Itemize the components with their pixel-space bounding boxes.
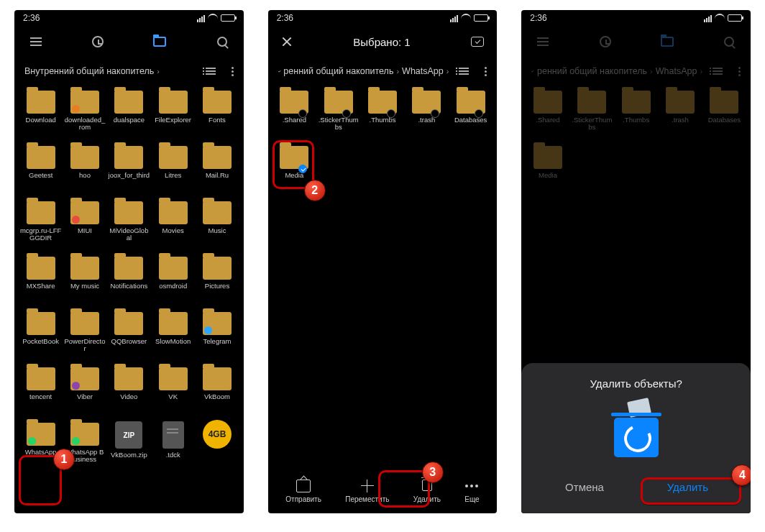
folder-item[interactable]: joox_for_third — [107, 143, 151, 197]
folder-item[interactable]: .StickerThumbs — [316, 88, 360, 142]
close-selection-button[interactable] — [281, 36, 293, 47]
menu-button[interactable] — [27, 37, 45, 46]
folder-label: dualspace — [114, 116, 145, 124]
dialog-cancel-button[interactable]: Отмена — [533, 470, 636, 503]
signal-icon — [450, 14, 458, 22]
folder-item[interactable]: .Shared — [526, 88, 569, 142]
status-bar: 2:36 — [14, 10, 244, 26]
folder-label: QQBrowser — [111, 338, 147, 345]
folder-label: Databases — [708, 116, 741, 124]
folder-label: Geetest — [29, 172, 52, 179]
search-button[interactable] — [214, 37, 231, 47]
folder-item[interactable]: Mail.Ru — [195, 143, 239, 197]
status-bar: 2:36 — [268, 10, 498, 26]
folder-item[interactable]: .Shared — [272, 88, 316, 142]
folder-item[interactable]: SlowMotion — [151, 309, 195, 363]
folder-item[interactable]: Music — [195, 198, 239, 252]
folder-label: osmdroid — [159, 283, 187, 290]
status-time: 2:36 — [277, 13, 293, 23]
folder-item[interactable]: MXShare — [19, 254, 63, 308]
folder-item[interactable]: FileExplorer — [151, 88, 195, 142]
folder-item[interactable]: .trash — [405, 88, 449, 142]
folder-item[interactable]: Download — [19, 88, 63, 142]
action-move[interactable]: Переместить — [345, 480, 389, 503]
free-space-badge[interactable]: 4GB — [195, 420, 239, 474]
folder-item[interactable]: Geetest — [19, 143, 63, 197]
more-icon[interactable] — [232, 67, 234, 76]
folder-label: Video — [120, 393, 137, 400]
folder-item[interactable]: My music — [63, 254, 106, 308]
folder-label: hoo — [79, 172, 91, 179]
folder-item[interactable]: osmdroid — [151, 254, 195, 308]
folder-item[interactable]: Telegram — [195, 309, 239, 363]
folder-item[interactable]: Video — [107, 364, 151, 418]
breadcrumb[interactable]: › ренний общий накопитель › WhatsApp › — [521, 58, 751, 85]
folder-label: Telegram — [203, 338, 231, 345]
folder-label: Databases — [454, 116, 487, 124]
breadcrumb-path: Внутренний общий накопитель — [24, 66, 154, 76]
folder-grid: .Shared.StickerThumbs.Thumbs.trashDataba… — [268, 85, 498, 469]
folder-label: Movies — [162, 227, 184, 234]
folder-item[interactable]: Pictures — [195, 254, 239, 308]
folder-label: joox_for_third — [109, 172, 150, 179]
folder-item[interactable]: dualspace — [107, 88, 151, 142]
select-all-button[interactable] — [471, 37, 484, 47]
folder-label: Mail.Ru — [206, 172, 229, 179]
file-doc[interactable]: .tdck — [151, 420, 195, 474]
folder-label: Music — [209, 227, 226, 234]
breadcrumb[interactable]: › ренний общий накопитель › WhatsApp › — [268, 58, 498, 85]
folder-item[interactable]: .Thumbs — [360, 88, 404, 142]
folder-item[interactable]: QQBrowser — [107, 309, 151, 363]
search-button[interactable] — [720, 37, 738, 47]
folder-item[interactable]: downloaded_rom — [63, 88, 106, 142]
dialog-confirm-button[interactable]: Удалить — [636, 470, 739, 503]
folder-label: PowerDirector — [64, 338, 106, 353]
folder-item[interactable]: PocketBook — [19, 309, 63, 363]
folder-item[interactable]: Media — [526, 143, 569, 197]
folder-item[interactable]: Movies — [151, 198, 195, 252]
recent-tab[interactable] — [89, 36, 106, 47]
folder-item[interactable]: tencent — [19, 364, 63, 418]
action-delete[interactable]: Удалить — [413, 480, 441, 503]
folder-item[interactable]: VK — [151, 364, 195, 418]
folder-item[interactable]: .Thumbs — [614, 88, 658, 142]
folder-item[interactable]: .trash — [658, 88, 702, 142]
view-list-icon[interactable] — [206, 68, 216, 75]
status-time: 2:36 — [530, 13, 546, 23]
folder-item[interactable]: hoo — [63, 143, 106, 197]
recent-tab[interactable] — [597, 36, 614, 47]
file-zip[interactable]: ZIPVkBoom.zip — [107, 420, 151, 474]
folder-item[interactable]: Notifications — [107, 254, 151, 308]
folder-item[interactable]: mcgrp.ru-LFFGGDIR — [19, 198, 63, 252]
folder-label: mcgrp.ru-LFFGGDIR — [20, 227, 62, 242]
folder-item[interactable]: VkBoom — [195, 364, 239, 418]
folder-grid: Downloaddownloaded_romdualspaceFileExplo… — [14, 85, 244, 513]
folder-label: Viber — [77, 393, 93, 400]
folder-item[interactable]: Databases — [702, 88, 746, 142]
signal-icon — [197, 14, 205, 22]
action-send[interactable]: Отправить — [285, 480, 321, 503]
folder-item[interactable]: Databases — [449, 88, 493, 142]
folder-label: Media — [539, 172, 557, 179]
folders-tab-active[interactable] — [151, 37, 168, 47]
view-list-icon[interactable] — [713, 68, 723, 75]
folder-label: My music — [70, 283, 99, 290]
folder-label: MIUI — [78, 227, 92, 234]
action-more[interactable]: Еще — [464, 480, 479, 503]
view-list-icon[interactable] — [459, 68, 469, 75]
menu-button[interactable] — [534, 37, 551, 46]
breadcrumb[interactable]: Внутренний общий накопитель › — [14, 58, 244, 85]
folder-item[interactable]: .StickerThumbs — [570, 88, 614, 142]
folders-tab-active[interactable] — [659, 37, 676, 47]
more-icon[interactable] — [485, 67, 487, 76]
folder-label: SlowMotion — [155, 338, 191, 345]
folder-item[interactable]: Viber — [63, 364, 106, 418]
folder-item[interactable]: PowerDirector — [63, 309, 106, 363]
folder-item[interactable]: Litres — [151, 143, 195, 197]
folder-item[interactable]: MiVideoGlobal — [107, 198, 151, 252]
folder-item[interactable]: Fonts — [195, 88, 239, 142]
folder-label: MXShare — [27, 283, 55, 290]
folder-item[interactable]: MIUI — [63, 198, 106, 252]
more-icon[interactable] — [738, 67, 741, 76]
folder-label: .trash — [418, 116, 435, 124]
